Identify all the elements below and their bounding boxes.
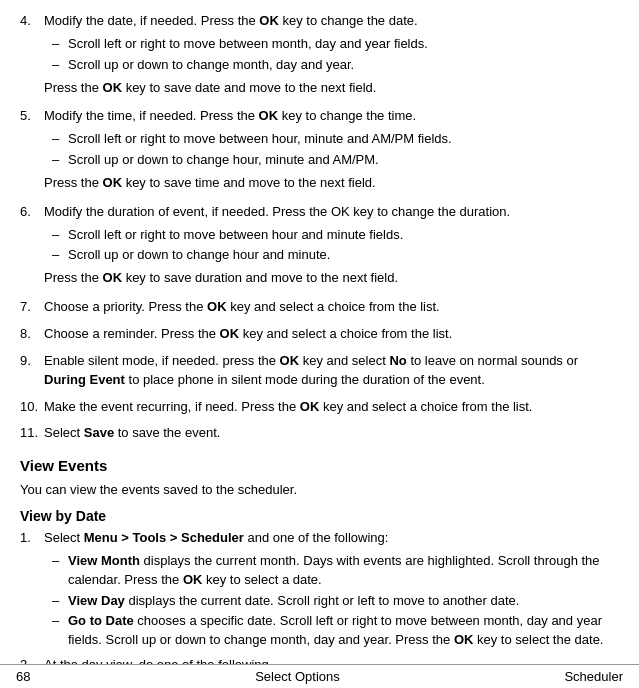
nested-bullet-list: –View Month displays the current month. … [44,552,619,650]
item-text: Choose a reminder. Press the OK key and … [44,325,619,344]
item-number: 6. [20,203,44,294]
view-events-heading: View Events [20,455,619,477]
view-by-date-heading: View by Date [20,506,619,526]
item-text: At the day view, do one of the following… [44,656,619,664]
list-item: –Scroll left or right to move between ho… [44,130,619,149]
list-item: –Scroll up or down to change hour, minut… [44,151,619,170]
main-content: 4. Modify the date, if needed. Press the… [0,0,639,664]
section-title: Scheduler [564,669,623,684]
item-content: Make the event recurring, if need. Press… [44,398,619,421]
list-item: 7. Choose a priority. Press the OK key a… [20,298,619,321]
item-content: Modify the duration of event, if needed.… [44,203,619,294]
bullet-text: Scroll left or right to move between mon… [68,35,428,54]
bullet-list: –Scroll left or right to move between mo… [44,35,619,75]
bullet-list: –Scroll left or right to move between ho… [44,226,619,266]
item-number: 11. [20,424,44,447]
list-item: –Scroll left or right to move between ho… [44,226,619,245]
item-content: At the day view, do one of the following… [44,656,619,664]
content-area: 4. Modify the date, if needed. Press the… [0,0,639,664]
item-content: Select Save to save the event. [44,424,619,447]
select-options-label[interactable]: Select Options [255,669,340,684]
bullet-text: View Day displays the current date. Scro… [68,592,519,611]
bullet-text: Scroll up or down to change hour and min… [68,246,330,265]
bullet-text: Scroll up or down to change hour, minute… [68,151,379,170]
item-content: Choose a priority. Press the OK key and … [44,298,619,321]
page-number: 68 [16,669,30,684]
list-item: 11. Select Save to save the event. [20,424,619,447]
list-item: –View Month displays the current month. … [44,552,619,590]
item-text: Modify the duration of event, if needed.… [44,203,619,222]
bullet-text: Scroll left or right to move between hou… [68,130,452,149]
item-number: 7. [20,298,44,321]
list-item: –Scroll up or down to change hour and mi… [44,246,619,265]
list-item: 1. Select Menu > Tools > Scheduler and o… [20,529,619,652]
item-text: Make the event recurring, if need. Press… [44,398,619,417]
list-item: –Go to Date chooses a specific date. Scr… [44,612,619,650]
list-item: 9. Enable silent mode, if needed. press … [20,352,619,394]
list-item: 6. Modify the duration of event, if need… [20,203,619,294]
item-number: 5. [20,107,44,198]
view-events-intro: You can view the events saved to the sch… [20,481,619,500]
list-item: 4. Modify the date, if needed. Press the… [20,12,619,103]
list-item: 8. Choose a reminder. Press the OK key a… [20,325,619,348]
item-text: Modify the time, if needed. Press the OK… [44,107,619,126]
item-content: Modify the time, if needed. Press the OK… [44,107,619,198]
item-text: Select Save to save the event. [44,424,619,443]
list-item: –Scroll up or down to change month, day … [44,56,619,75]
list-item: 10. Make the event recurring, if need. P… [20,398,619,421]
list-item: 5. Modify the time, if needed. Press the… [20,107,619,198]
footer-bar: 68 Select Options Scheduler [0,664,639,688]
item-text: Modify the date, if needed. Press the OK… [44,12,619,31]
bullet-text: Scroll up or down to change month, day a… [68,56,354,75]
item-number: 4. [20,12,44,103]
item-text: Enable silent mode, if needed. press the… [44,352,619,390]
page-container: 4. Modify the date, if needed. Press the… [0,0,639,688]
press-ok-para: Press the OK key to save time and move t… [44,174,619,193]
item-content: Enable silent mode, if needed. press the… [44,352,619,394]
item-text: Select Menu > Tools > Scheduler and one … [44,529,619,548]
press-ok-para: Press the OK key to save duration and mo… [44,269,619,288]
item-text: Choose a priority. Press the OK key and … [44,298,619,317]
item-content: Select Menu > Tools > Scheduler and one … [44,529,619,652]
list-item: –View Day displays the current date. Scr… [44,592,619,611]
item-content: Modify the date, if needed. Press the OK… [44,12,619,103]
item-content: Choose a reminder. Press the OK key and … [44,325,619,348]
bullet-text: Scroll left or right to move between hou… [68,226,403,245]
press-ok-para: Press the OK key to save date and move t… [44,79,619,98]
bullet-text: Go to Date chooses a specific date. Scro… [68,612,619,650]
item-number: 8. [20,325,44,348]
item-number: 1. [20,529,44,652]
bullet-list: –Scroll left or right to move between ho… [44,130,619,170]
list-item: –Scroll left or right to move between mo… [44,35,619,54]
item-number: 10. [20,398,44,421]
bullet-text: View Month displays the current month. D… [68,552,619,590]
list-item: 2. At the day view, do one of the follow… [20,656,619,664]
item-number: 9. [20,352,44,394]
item-number: 2. [20,656,44,664]
